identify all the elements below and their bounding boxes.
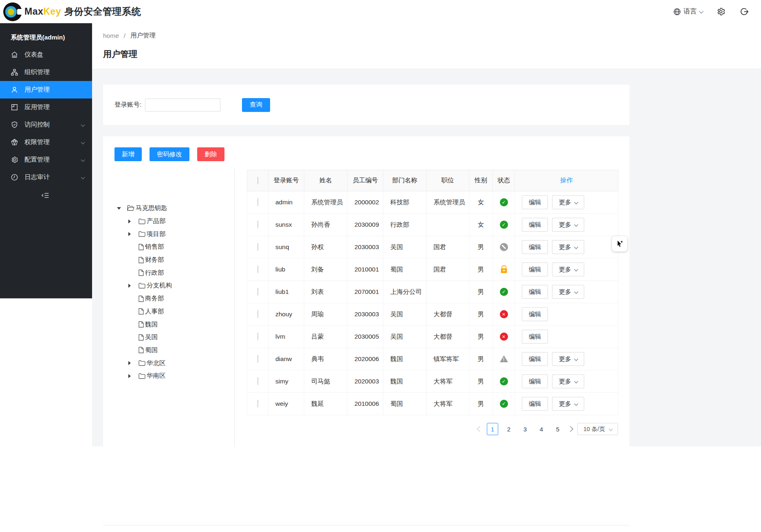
tree-node-root[interactable]: 马克思钥匙 — [103, 202, 234, 215]
edit-button[interactable]: 编辑 — [522, 397, 548, 411]
caret-down-icon[interactable] — [117, 207, 121, 210]
file-icon — [139, 321, 144, 328]
more-button[interactable]: 更多 — [552, 195, 584, 209]
menu-fold-icon — [41, 192, 49, 199]
edit-button[interactable]: 编辑 — [522, 218, 548, 232]
add-button[interactable]: 新增 — [114, 147, 142, 161]
row-checkbox[interactable] — [257, 400, 258, 407]
logout-icon — [739, 7, 749, 16]
tree-node[interactable]: 分支机构 — [103, 279, 234, 292]
sidebar-item-configuration[interactable]: 配置管理 — [0, 151, 92, 169]
cell-department: 吴国 — [383, 303, 427, 326]
tree-node[interactable]: 项目部 — [103, 228, 234, 241]
edit-button[interactable]: 编辑 — [522, 285, 548, 299]
more-button[interactable]: 更多 — [552, 352, 584, 366]
row-checkbox[interactable] — [257, 288, 258, 296]
sidebar-item-permissions[interactable]: 权限管理 — [0, 134, 92, 151]
tree-node-label: 行政部 — [145, 269, 164, 277]
edit-button[interactable]: 编辑 — [522, 307, 548, 321]
sidebar-item-label: 组织管理 — [24, 68, 50, 77]
edit-button[interactable]: 编辑 — [522, 195, 548, 209]
sidebar-collapse-button[interactable] — [0, 192, 92, 201]
sidebar-item-applications[interactable]: 应用管理 — [0, 99, 92, 116]
cell-account: sunq — [268, 236, 304, 258]
cell-gender: 女 — [469, 191, 493, 214]
more-button[interactable]: 更多 — [552, 285, 584, 299]
edit-button[interactable]: 编辑 — [522, 263, 548, 276]
page-header: home / 用户管理 用户管理 — [92, 23, 761, 69]
tree-node[interactable]: 行政部 — [103, 266, 234, 279]
sidebar-item-access-control[interactable]: 访问控制 — [0, 116, 92, 134]
delete-button[interactable]: 删除 — [197, 147, 224, 161]
more-button[interactable]: 更多 — [552, 218, 584, 232]
cell-gender: 男 — [469, 393, 493, 415]
language-selector[interactable]: 语言 — [673, 7, 702, 16]
row-checkbox[interactable] — [257, 377, 258, 385]
edit-button[interactable]: 编辑 — [522, 330, 548, 344]
tree-node[interactable]: 财务部 — [103, 254, 234, 267]
row-checkbox[interactable] — [257, 198, 258, 206]
page-number-2[interactable]: 2 — [503, 423, 515, 435]
tree-node[interactable]: 华南区 — [103, 370, 234, 383]
settings-button[interactable] — [716, 7, 726, 16]
tree-node[interactable]: 蜀国 — [103, 344, 234, 357]
prev-page-icon[interactable] — [477, 426, 483, 432]
breadcrumb-home-link[interactable]: home — [103, 32, 119, 39]
page-number-3[interactable]: 3 — [519, 423, 531, 435]
tree-node[interactable]: 华北区 — [103, 357, 234, 370]
tree-node[interactable]: 销售部 — [103, 241, 234, 254]
tree-node[interactable]: 吴国 — [103, 331, 234, 344]
row-checkbox[interactable] — [257, 310, 258, 318]
caret-right-icon[interactable] — [128, 284, 131, 288]
cell-name: 孙权 — [304, 236, 348, 258]
table-row: liub1 刘表 2070001 上海分公司 男 编辑 更多 — [247, 281, 618, 303]
select-all-checkbox[interactable] — [257, 177, 258, 184]
next-page-icon[interactable] — [567, 426, 573, 432]
edit-button[interactable]: 编辑 — [522, 240, 548, 254]
row-checkbox[interactable] — [257, 355, 258, 363]
sidebar-item-dashboard[interactable]: 仪表盘 — [0, 46, 92, 63]
page-number-4[interactable]: 4 — [536, 423, 547, 435]
page-size-select[interactable]: 10 条/页 — [577, 423, 618, 435]
column-header-name: 姓名 — [304, 170, 348, 191]
row-checkbox[interactable] — [257, 333, 258, 340]
gem-icon — [11, 138, 18, 146]
sidebar-item-audit-log[interactable]: 日志审计 — [0, 169, 92, 186]
page-number-5[interactable]: 5 — [552, 423, 563, 435]
cell-employee-no: 2020006 — [348, 348, 383, 370]
cell-name: 孙尚香 — [304, 214, 348, 236]
cell-employee-no: 2030003 — [348, 303, 383, 326]
caret-right-icon[interactable] — [128, 361, 131, 365]
account-input[interactable] — [145, 99, 220, 112]
more-button[interactable]: 更多 — [552, 397, 584, 411]
content-area: 登录账号: 查询 新增 密码修改 删除 马克思钥匙 — [92, 69, 761, 447]
caret-right-icon[interactable] — [128, 219, 131, 223]
tree-node[interactable]: 魏国 — [103, 318, 234, 331]
page-number-1[interactable]: 1 — [487, 423, 498, 435]
tree-node[interactable]: 产品部 — [103, 215, 234, 228]
query-button[interactable]: 查询 — [242, 98, 270, 112]
table-row: zhouy 周瑜 2030003 吴国 大都督 男 编辑 — [247, 303, 618, 326]
row-checkbox[interactable] — [257, 265, 258, 273]
tree-node[interactable]: 商务部 — [103, 292, 234, 305]
sidebar-item-users[interactable]: 用户管理 — [0, 81, 92, 99]
cell-title: 国君 — [427, 258, 469, 281]
logout-button[interactable] — [739, 7, 749, 16]
sidebar-item-organization[interactable]: 组织管理 — [0, 63, 92, 81]
row-checkbox[interactable] — [257, 243, 258, 251]
change-password-button[interactable]: 密码修改 — [150, 147, 189, 161]
row-checkbox[interactable] — [257, 221, 258, 228]
tree-node[interactable]: 人事部 — [103, 305, 234, 318]
cell-account: zhouy — [268, 303, 304, 326]
more-button[interactable]: 更多 — [552, 263, 584, 276]
user-icon — [11, 86, 18, 94]
more-button[interactable]: 更多 — [552, 240, 584, 254]
more-button[interactable]: 更多 — [552, 374, 584, 388]
status-warning-icon — [500, 355, 508, 363]
edit-button[interactable]: 编辑 — [522, 374, 548, 388]
caret-right-icon[interactable] — [128, 374, 131, 378]
toolbar: 新增 密码修改 删除 — [114, 147, 224, 161]
edit-button[interactable]: 编辑 — [522, 352, 548, 366]
caret-right-icon[interactable] — [128, 232, 131, 236]
cell-title — [427, 281, 469, 303]
